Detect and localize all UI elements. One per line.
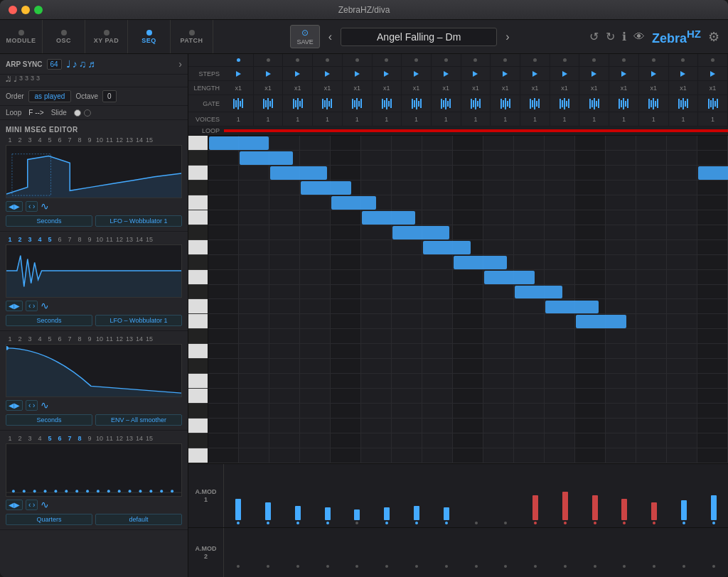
voice-2[interactable]: 1 bbox=[283, 112, 313, 126]
step-11[interactable] bbox=[550, 67, 580, 80]
gate-9[interactable] bbox=[491, 95, 520, 112]
settings-button[interactable]: ⚙ bbox=[708, 29, 719, 45]
length-2[interactable]: x1 bbox=[283, 81, 313, 95]
mseg-canvas-1[interactable] bbox=[6, 145, 182, 198]
amod1-col-3[interactable] bbox=[313, 468, 342, 524]
step-1[interactable] bbox=[254, 67, 284, 80]
amod2-col-11[interactable] bbox=[550, 529, 579, 568]
piano-key-3[interactable] bbox=[188, 180, 208, 195]
note-block-2[interactable] bbox=[270, 166, 327, 180]
top-dot-0[interactable] bbox=[224, 54, 254, 66]
mseg-lfo-1[interactable]: LFO – Wobbulator 1 bbox=[95, 215, 182, 227]
mseg-play-1[interactable]: ◀▶ bbox=[6, 201, 23, 212]
close-button[interactable] bbox=[9, 6, 17, 14]
voice-15[interactable]: 1 bbox=[669, 112, 699, 126]
next-preset-button[interactable]: › bbox=[503, 28, 512, 46]
tab-patch[interactable]: PATCH bbox=[171, 20, 213, 53]
amod1-col-0[interactable] bbox=[224, 468, 253, 524]
voice-0[interactable]: 1 bbox=[224, 112, 254, 126]
note-block-13[interactable] bbox=[698, 166, 728, 180]
amod1-col-16[interactable] bbox=[699, 468, 728, 524]
mseg-seconds-3[interactable]: Seconds bbox=[6, 414, 92, 426]
step-16[interactable] bbox=[698, 67, 728, 80]
note-block-0[interactable] bbox=[209, 136, 269, 150]
order-dropdown[interactable]: as played bbox=[28, 90, 72, 102]
mseg-zoom-1[interactable]: ‹ › bbox=[26, 201, 38, 212]
amod2-col-0[interactable] bbox=[224, 529, 253, 568]
mseg-seconds-4[interactable]: Quarters bbox=[6, 514, 92, 525]
amod2-col-5[interactable] bbox=[373, 529, 402, 568]
voice-5[interactable]: 1 bbox=[373, 112, 402, 126]
amod2-col-14[interactable] bbox=[640, 529, 669, 568]
note-block-12[interactable] bbox=[576, 315, 626, 328]
note-block-3[interactable] bbox=[301, 181, 351, 195]
gate-10[interactable] bbox=[520, 95, 550, 112]
tab-xypad[interactable]: XY PAD bbox=[85, 20, 128, 53]
top-dot-3[interactable] bbox=[313, 54, 343, 66]
top-dot-6[interactable] bbox=[402, 54, 432, 66]
step-3[interactable] bbox=[313, 67, 343, 80]
amod1-col-11[interactable] bbox=[550, 468, 579, 524]
step-0[interactable] bbox=[224, 67, 254, 80]
undo-button[interactable]: ↺ bbox=[589, 30, 599, 43]
voice-6[interactable]: 1 bbox=[402, 112, 432, 126]
mseg-wave-3[interactable]: ∿ bbox=[41, 399, 49, 411]
voice-10[interactable]: 1 bbox=[520, 112, 550, 126]
mseg-zoom-4[interactable]: ‹ › bbox=[26, 500, 38, 510]
gate-12[interactable] bbox=[579, 95, 609, 112]
step-15[interactable] bbox=[669, 67, 699, 80]
maximize-button[interactable] bbox=[34, 6, 43, 14]
mseg-seconds-1[interactable]: Seconds bbox=[6, 215, 92, 227]
voice-7[interactable]: 1 bbox=[432, 112, 461, 126]
top-dot-12[interactable] bbox=[579, 54, 609, 66]
piano-key-2[interactable] bbox=[188, 166, 208, 180]
amod1-col-14[interactable] bbox=[640, 468, 669, 524]
top-dot-10[interactable] bbox=[520, 54, 550, 66]
voice-4[interactable]: 1 bbox=[343, 112, 373, 126]
top-dot-8[interactable] bbox=[461, 54, 491, 66]
note-block-8[interactable] bbox=[454, 256, 507, 269]
amod2-col-4[interactable] bbox=[343, 529, 372, 568]
amod1-col-7[interactable] bbox=[432, 468, 461, 524]
length-11[interactable]: x1 bbox=[550, 81, 580, 95]
gate-4[interactable] bbox=[343, 95, 373, 112]
step-6[interactable] bbox=[402, 67, 432, 80]
loop-value[interactable]: F --> bbox=[28, 109, 43, 117]
note-block-6[interactable] bbox=[392, 226, 449, 239]
amod2-col-2[interactable] bbox=[284, 529, 313, 568]
voice-3[interactable]: 1 bbox=[313, 112, 343, 126]
voice-16[interactable]: 1 bbox=[698, 112, 728, 126]
piano-key-20[interactable] bbox=[188, 433, 208, 448]
top-dot-4[interactable] bbox=[343, 54, 373, 66]
gate-7[interactable] bbox=[432, 95, 461, 112]
step-14[interactable] bbox=[639, 67, 669, 80]
length-14[interactable]: x1 bbox=[639, 81, 669, 95]
amod2-col-13[interactable] bbox=[610, 529, 639, 568]
piano-key-16[interactable] bbox=[188, 374, 208, 389]
gate-0[interactable] bbox=[224, 95, 254, 112]
mseg-wave-4[interactable]: ∿ bbox=[41, 499, 49, 510]
mseg-play-3[interactable]: ◀▶ bbox=[6, 400, 23, 411]
amod1-col-12[interactable] bbox=[580, 468, 609, 524]
amod2-col-15[interactable] bbox=[669, 529, 698, 568]
step-4[interactable] bbox=[343, 67, 373, 80]
mseg-zoom-3[interactable]: ‹ › bbox=[26, 400, 38, 411]
length-5[interactable]: x1 bbox=[373, 81, 402, 95]
mseg-zoom-2[interactable]: ‹ › bbox=[26, 301, 38, 311]
step-10[interactable] bbox=[520, 67, 550, 80]
mseg-wave-2[interactable]: ∿ bbox=[41, 300, 49, 311]
mseg-lfo-2[interactable]: LFO – Wobbulator 1 bbox=[95, 315, 182, 326]
amod2-col-7[interactable] bbox=[432, 529, 461, 568]
piano-key-7[interactable] bbox=[188, 240, 208, 255]
gate-6[interactable] bbox=[402, 95, 432, 112]
length-16[interactable]: x1 bbox=[698, 81, 728, 95]
gate-11[interactable] bbox=[550, 95, 580, 112]
piano-key-13[interactable] bbox=[188, 329, 208, 344]
gate-1[interactable] bbox=[254, 95, 284, 112]
amod2-col-3[interactable] bbox=[313, 529, 342, 568]
piano-key-5[interactable] bbox=[188, 210, 208, 225]
length-9[interactable]: x1 bbox=[491, 81, 520, 95]
note-block-1[interactable] bbox=[240, 151, 293, 165]
arp-arrow[interactable]: › bbox=[178, 58, 182, 70]
gate-8[interactable] bbox=[461, 95, 491, 112]
